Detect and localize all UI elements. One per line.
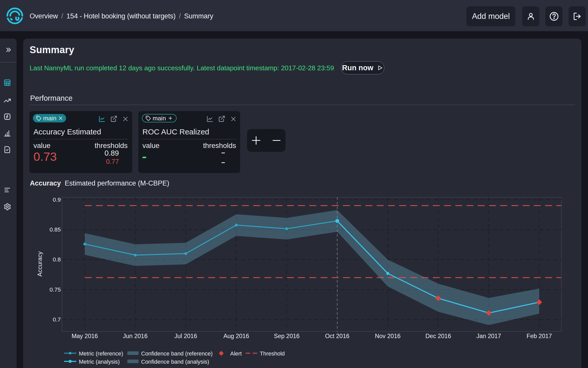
svg-text:Accuracy: Accuracy (36, 251, 43, 277)
svg-text:Jul 2016: Jul 2016 (174, 333, 197, 339)
svg-text:0.9: 0.9 (53, 197, 61, 203)
svg-text:Alert: Alert (230, 350, 242, 357)
svg-text:Jan 2017: Jan 2017 (476, 333, 501, 339)
svg-text:0.8: 0.8 (53, 256, 61, 263)
svg-text:Nov 2016: Nov 2016 (375, 333, 401, 339)
svg-text:Jun 2016: Jun 2016 (123, 333, 148, 339)
svg-text:0.7: 0.7 (53, 316, 61, 323)
svg-text:Confidence band (analysis): Confidence band (analysis) (141, 359, 209, 365)
svg-text:Confidence band (reference): Confidence band (reference) (141, 350, 213, 357)
svg-text:Metric (reference): Metric (reference) (79, 350, 123, 357)
svg-text:Threshold: Threshold (260, 350, 285, 357)
svg-text:Feb 2017: Feb 2017 (526, 333, 552, 339)
svg-text:Metric (analysis): Metric (analysis) (79, 359, 120, 365)
svg-text:May 2016: May 2016 (71, 333, 98, 339)
svg-text:Dec 2016: Dec 2016 (425, 333, 451, 339)
svg-text:Oct 2016: Oct 2016 (325, 333, 349, 339)
svg-text:Sep 2016: Sep 2016 (274, 333, 300, 339)
svg-text:0.85: 0.85 (50, 226, 61, 233)
svg-text:Aug 2016: Aug 2016 (223, 333, 249, 339)
svg-text:0.75: 0.75 (50, 286, 61, 293)
